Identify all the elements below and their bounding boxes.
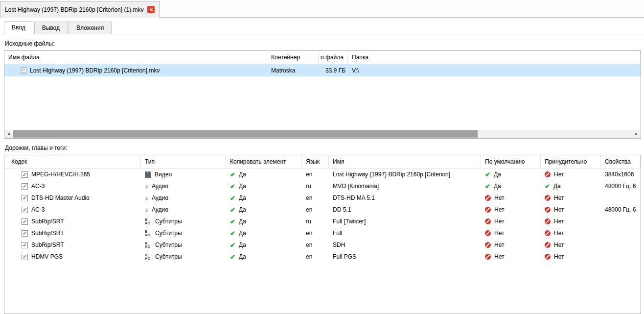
forced-status-icon bbox=[545, 207, 551, 213]
track-codec: SubRip/SRT bbox=[31, 218, 64, 225]
forced-status-icon bbox=[545, 242, 551, 248]
track-checkbox[interactable]: ✓ bbox=[22, 183, 28, 190]
track-type: Субтитры bbox=[155, 242, 182, 248]
track-properties bbox=[601, 227, 641, 239]
track-copy: Да bbox=[239, 218, 246, 225]
track-row[interactable]: ✓ HDMV PGS Субтитры ✔ Да en Full PGS Нет… bbox=[4, 251, 641, 263]
track-checkbox[interactable]: ✓ bbox=[22, 195, 28, 201]
track-copy: Да bbox=[239, 230, 246, 237]
track-row[interactable]: ✓ SubRip/SRT Субтитры ✔ Да en SDH Нет Не… bbox=[4, 239, 641, 251]
track-type: Субтитры bbox=[155, 253, 182, 260]
column-header-copy-item[interactable]: Копировать элемент bbox=[226, 155, 302, 168]
track-language: en bbox=[302, 239, 329, 251]
document-tab[interactable]: Lost Highway (1997) BDRip 2160p [Criteri… bbox=[0, 1, 160, 18]
scroll-right-icon[interactable]: ► bbox=[632, 130, 641, 138]
track-default: Нет bbox=[494, 230, 504, 237]
scroll-left-icon[interactable]: ◄ bbox=[4, 130, 13, 138]
track-name: DD 5.1 bbox=[329, 204, 481, 216]
column-header-file-name[interactable]: Имя файла bbox=[4, 51, 267, 64]
column-header-folder[interactable]: Папка bbox=[348, 51, 641, 64]
track-row[interactable]: ✓ MPEG-H/HEVC/H.265 Видео ✔ Да en Lost H… bbox=[4, 169, 641, 180]
track-type: Видео bbox=[155, 171, 172, 178]
tab-attachments[interactable]: Вложения bbox=[69, 22, 112, 34]
column-header-language[interactable]: Язык bbox=[302, 155, 329, 168]
mkvtoolnix-window: Lost Highway (1997) BDRip 2160p [Criteri… bbox=[0, 0, 644, 314]
track-row[interactable]: ✓ SubRip/SRT Субтитры ✔ Да ru Full [Twis… bbox=[4, 216, 641, 227]
track-checkbox[interactable]: ✓ bbox=[22, 254, 28, 260]
track-language: en bbox=[302, 251, 329, 263]
track-forced: Да bbox=[553, 183, 561, 190]
track-default: Да bbox=[494, 183, 501, 190]
copy-status-icon: ✔ bbox=[230, 254, 235, 260]
track-row[interactable]: ✓ SubRip/SRT Субтитры ✔ Да en Full Нет Н… bbox=[4, 227, 641, 239]
track-type: Аудио bbox=[152, 206, 168, 213]
video-icon bbox=[145, 173, 151, 178]
track-row[interactable]: ✓ AC-3 ♪ Аудио ✔ Да ru MVO [Kinomania] ✔… bbox=[4, 180, 641, 192]
track-language: en bbox=[302, 204, 329, 216]
horizontal-scrollbar[interactable]: ◄ ► bbox=[4, 130, 641, 138]
default-status-icon: ✔ bbox=[485, 183, 490, 190]
track-copy: Да bbox=[239, 194, 246, 201]
track-default: Нет bbox=[494, 253, 504, 260]
track-checkbox[interactable]: ✓ bbox=[22, 171, 28, 178]
track-codec: MPEG-H/HEVC/H.265 bbox=[31, 171, 90, 178]
column-header-name[interactable]: Имя bbox=[329, 155, 481, 168]
track-name: Full bbox=[329, 227, 481, 239]
column-header-container[interactable]: Контейнер bbox=[267, 51, 319, 64]
tab-input[interactable]: Ввод bbox=[4, 21, 33, 34]
source-file-row[interactable]: Lost Highway (1997) BDRip 2160p [Criteri… bbox=[4, 64, 641, 76]
track-row[interactable]: ✓ AC-3 ♪ Аудио ✔ Да en DD 5.1 Нет Нет 48… bbox=[4, 204, 641, 216]
copy-status-icon: ✔ bbox=[230, 171, 235, 178]
forced-status-icon bbox=[545, 218, 551, 224]
input-tab-page: Исходные файлы: Имя файла Контейнер о фа… bbox=[0, 34, 644, 314]
tab-output[interactable]: Вывод bbox=[34, 22, 68, 34]
subtitles-icon bbox=[145, 254, 152, 260]
track-default: Нет bbox=[494, 206, 504, 213]
track-forced: Нет bbox=[554, 171, 564, 178]
copy-status-icon: ✔ bbox=[230, 207, 235, 213]
column-header-file-size[interactable]: о файла bbox=[319, 51, 348, 64]
column-header-forced[interactable]: Принудительно bbox=[541, 155, 601, 168]
source-files-label: Исходные файлы: bbox=[5, 40, 640, 47]
track-codec: SubRip/SRT bbox=[31, 242, 64, 248]
subtitles-icon bbox=[145, 230, 152, 237]
track-codec: HDMV PGS bbox=[31, 253, 63, 260]
track-name: Full PGS bbox=[329, 251, 481, 263]
forced-status-icon bbox=[545, 171, 551, 177]
track-default: Нет bbox=[494, 194, 504, 201]
track-forced: Нет bbox=[554, 253, 564, 260]
main-tabbar: Ввод Вывод Вложения bbox=[0, 18, 644, 34]
source-file-folder: V:\ bbox=[348, 64, 641, 76]
default-status-icon bbox=[485, 195, 491, 201]
column-header-type[interactable]: Тип bbox=[141, 155, 226, 168]
tracks-table: Кодек Тип Копировать элемент Язык Имя По… bbox=[4, 155, 641, 314]
track-copy: Да bbox=[239, 183, 246, 190]
column-header-codec[interactable]: Кодек bbox=[4, 155, 141, 168]
tracks-header: Кодек Тип Копировать элемент Язык Имя По… bbox=[4, 155, 641, 169]
track-name: MVO [Kinomania] bbox=[329, 180, 481, 192]
track-copy: Да bbox=[239, 242, 246, 248]
column-header-default[interactable]: По умолчанию bbox=[481, 155, 541, 168]
track-properties bbox=[601, 239, 641, 251]
track-forced: Нет bbox=[554, 230, 564, 237]
default-status-icon bbox=[485, 207, 491, 213]
track-properties: 3840x1606 bbox=[601, 169, 641, 180]
track-type: Аудио bbox=[152, 183, 168, 190]
track-forced: Нет bbox=[554, 218, 564, 225]
track-checkbox[interactable]: ✓ bbox=[22, 207, 28, 213]
track-properties: 48000 Гц, 6 bbox=[601, 204, 641, 216]
track-row[interactable]: ✓ DTS-HD Master Audio ♪ Аудио ✔ Да en DT… bbox=[4, 192, 641, 204]
audio-icon: ♪ bbox=[145, 206, 148, 213]
track-checkbox[interactable]: ✓ bbox=[22, 230, 28, 237]
track-type: Субтитры bbox=[155, 230, 182, 237]
scrollbar-thumb[interactable] bbox=[13, 130, 478, 138]
source-file-container: Matroska bbox=[267, 64, 319, 76]
track-checkbox[interactable]: ✓ bbox=[22, 218, 28, 225]
track-language: en bbox=[302, 227, 329, 239]
default-status-icon bbox=[485, 218, 491, 224]
track-checkbox[interactable]: ✓ bbox=[22, 242, 28, 248]
close-tab-icon[interactable]: ✕ bbox=[147, 6, 155, 13]
source-file-name: Lost Highway (1997) BDRip 2160p [Criteri… bbox=[30, 67, 160, 74]
column-header-properties[interactable]: Свойства bbox=[601, 155, 641, 168]
track-properties bbox=[601, 216, 641, 227]
